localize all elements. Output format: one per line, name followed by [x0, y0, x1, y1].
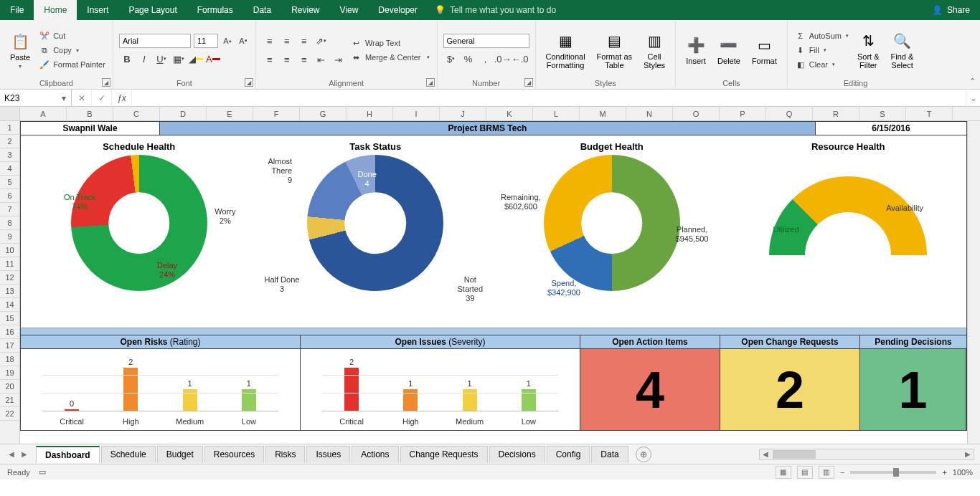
align-top-button[interactable]: ≡: [262, 33, 278, 49]
column-header[interactable]: F: [253, 107, 300, 120]
tab-view[interactable]: View: [330, 0, 369, 20]
tab-formulas[interactable]: Formulas: [187, 0, 243, 20]
hscroll-left[interactable]: ◀: [760, 450, 771, 458]
column-header[interactable]: N: [626, 107, 673, 120]
row-header[interactable]: 14: [0, 298, 19, 312]
merge-center-button[interactable]: ⬌Merge & Center▾: [349, 51, 431, 64]
cell-reference-input[interactable]: [0, 93, 57, 103]
clipboard-dialog-launcher[interactable]: ◢: [102, 78, 110, 87]
row-header[interactable]: 4: [0, 162, 19, 176]
row-header[interactable]: 10: [0, 244, 19, 257]
share-button[interactable]: 👤 Share: [922, 0, 980, 20]
align-right-button[interactable]: ≡: [296, 52, 312, 67]
sheet-tab[interactable]: Risks: [265, 446, 305, 463]
row-header[interactable]: 18: [0, 353, 19, 366]
sheet-tab[interactable]: Schedule: [101, 446, 156, 463]
column-header[interactable]: G: [300, 107, 347, 120]
tab-insert[interactable]: Insert: [77, 0, 118, 20]
fill-button[interactable]: ⬇Fill▾: [793, 44, 850, 57]
bold-button[interactable]: B: [119, 51, 135, 67]
column-header[interactable]: E: [207, 107, 253, 120]
percent-format-button[interactable]: %: [461, 51, 476, 67]
worksheet-area[interactable]: Swapnil Wale Project BRMS Tech 6/15/2016…: [20, 121, 967, 444]
tab-developer[interactable]: Developer: [368, 0, 428, 20]
font-name-select[interactable]: [119, 34, 191, 48]
column-header[interactable]: T: [906, 107, 953, 120]
expand-formula-bar[interactable]: ⌄: [966, 90, 980, 106]
row-header[interactable]: 13: [0, 285, 19, 298]
formula-input[interactable]: [132, 90, 966, 106]
column-header[interactable]: S: [859, 107, 906, 120]
zoom-out-button[interactable]: −: [840, 468, 844, 477]
align-bottom-button[interactable]: ≡: [296, 33, 312, 49]
hscroll-right[interactable]: ▶: [962, 450, 974, 458]
sheet-tab[interactable]: Issues: [306, 446, 350, 463]
row-header[interactable]: 9: [0, 230, 19, 244]
font-color-button[interactable]: A: [205, 51, 221, 67]
column-header[interactable]: P: [720, 107, 766, 120]
delete-cells-button[interactable]: ➖Delete: [713, 23, 745, 77]
column-header[interactable]: K: [486, 107, 533, 120]
zoom-in-button[interactable]: +: [942, 468, 946, 477]
row-header[interactable]: 21: [0, 394, 19, 407]
tell-me-search[interactable]: 💡 Tell me what you want to do: [435, 0, 556, 20]
vertical-scrollbar[interactable]: [967, 121, 980, 444]
column-header[interactable]: H: [347, 107, 393, 120]
horizontal-scrollbar[interactable]: ◀ ▶: [759, 449, 974, 460]
sheet-tab[interactable]: Decisions: [489, 446, 545, 463]
row-header[interactable]: 7: [0, 203, 19, 216]
zoom-slider[interactable]: [850, 471, 936, 474]
border-button[interactable]: ▦▾: [171, 51, 187, 67]
decrease-indent-button[interactable]: ⇤: [314, 52, 329, 67]
tab-file[interactable]: File: [0, 0, 34, 20]
hscroll-thumb[interactable]: [773, 450, 816, 459]
page-layout-view-button[interactable]: ▤: [797, 466, 813, 479]
number-format-select[interactable]: [443, 34, 529, 48]
decrease-font-button[interactable]: A▾: [237, 34, 250, 47]
orientation-button[interactable]: ⇗▾: [314, 33, 329, 49]
add-sheet-button[interactable]: ⊕: [636, 447, 651, 462]
row-header[interactable]: 12: [0, 271, 19, 285]
column-header[interactable]: L: [533, 107, 580, 120]
cell-styles-button[interactable]: ▥Cell Styles: [639, 23, 669, 77]
font-size-select[interactable]: [194, 34, 218, 48]
alignment-dialog-launcher[interactable]: ◢: [426, 78, 435, 87]
macro-record-icon[interactable]: ▭: [39, 467, 46, 477]
page-break-view-button[interactable]: ▥: [819, 466, 834, 479]
name-box-dropdown[interactable]: ▾: [57, 93, 70, 103]
format-as-table-button[interactable]: ▤Format as Table: [593, 23, 637, 77]
tab-home[interactable]: Home: [34, 0, 77, 20]
decrease-decimal-button[interactable]: ←.0: [512, 51, 528, 67]
tab-data[interactable]: Data: [243, 0, 281, 20]
sheet-tab[interactable]: Change Requests: [400, 446, 488, 463]
collapse-ribbon-button[interactable]: ⌃: [969, 77, 976, 86]
sheet-tab[interactable]: Budget: [157, 446, 203, 463]
find-select-button[interactable]: 🔍Find & Select: [887, 23, 918, 77]
tab-page-layout[interactable]: Page Layout: [118, 0, 187, 20]
column-header[interactable]: C: [113, 107, 160, 120]
column-header[interactable]: D: [160, 107, 207, 120]
sheet-tab[interactable]: Data: [591, 446, 628, 463]
conditional-formatting-button[interactable]: ▦Conditional Formatting: [542, 23, 590, 77]
sort-filter-button[interactable]: ⇅Sort & Filter: [853, 23, 884, 77]
zoom-level[interactable]: 100%: [953, 468, 973, 477]
sheet-tab[interactable]: Dashboard: [36, 446, 100, 463]
increase-decimal-button[interactable]: .0→: [495, 51, 511, 67]
column-header[interactable]: I: [393, 107, 440, 120]
sheet-tab[interactable]: Actions: [352, 446, 398, 463]
format-cells-button[interactable]: ▭Format: [748, 23, 781, 77]
fill-color-button[interactable]: ◢: [188, 51, 204, 67]
sheet-tab[interactable]: Config: [547, 446, 590, 463]
copy-button[interactable]: ⧉Copy▾: [37, 44, 107, 57]
font-dialog-launcher[interactable]: ◢: [245, 78, 253, 87]
underline-button[interactable]: U▾: [154, 51, 169, 67]
increase-font-button[interactable]: A▴: [221, 34, 234, 47]
row-header[interactable]: 17: [0, 339, 19, 353]
accounting-format-button[interactable]: $▾: [443, 51, 459, 67]
row-header[interactable]: 5: [0, 176, 19, 189]
align-middle-button[interactable]: ≡: [279, 33, 295, 49]
column-header[interactable]: J: [440, 107, 486, 120]
row-header[interactable]: 6: [0, 189, 19, 203]
italic-button[interactable]: I: [136, 51, 152, 67]
clear-button[interactable]: ◧Clear▾: [793, 58, 850, 71]
